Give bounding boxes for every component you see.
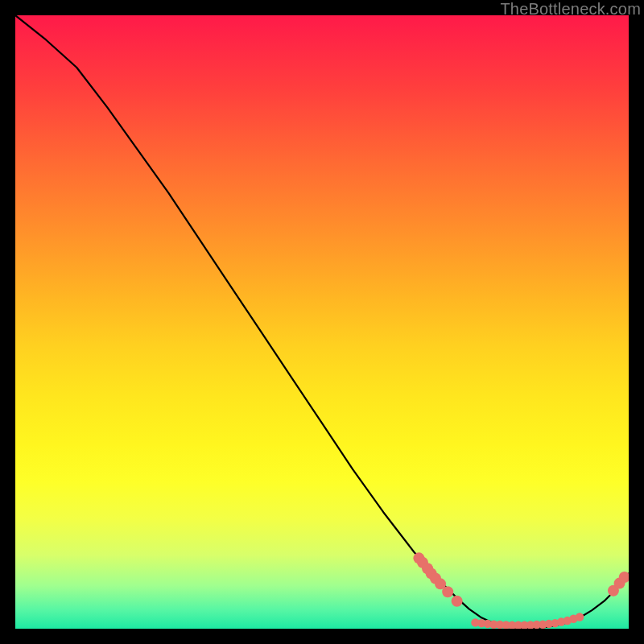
data-point [576,613,584,621]
data-point [442,586,453,597]
data-point [452,596,463,607]
chart-stage: TheBottleneck.com [0,0,644,644]
chart-markers [413,552,629,629]
chart-plot-area [15,15,629,629]
chart-curve [15,15,629,628]
watermark-text: TheBottleneck.com [500,0,641,19]
chart-overlay [15,15,629,629]
